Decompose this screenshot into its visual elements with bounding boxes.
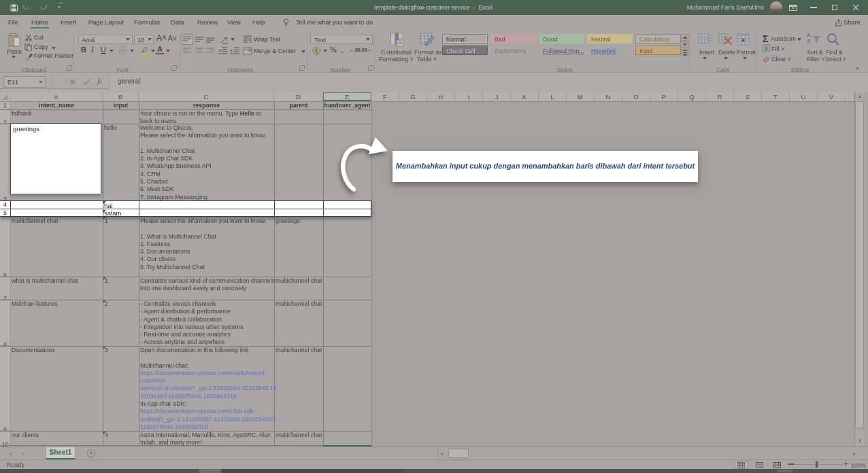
- svg-text:$: $: [315, 48, 318, 54]
